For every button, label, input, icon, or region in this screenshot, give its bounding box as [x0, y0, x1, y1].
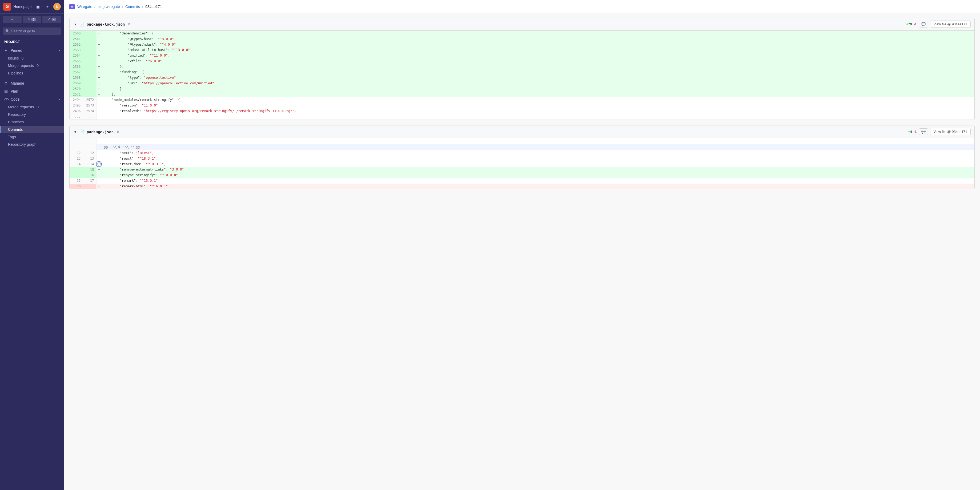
sidebar-add-button[interactable]: ＋ [44, 3, 51, 10]
line-marker: + [96, 47, 102, 53]
breadcrumb-wiregate[interactable]: Wiregate [77, 5, 92, 9]
line-num-old [70, 144, 83, 150]
line-marker: + [96, 167, 102, 172]
mr-action-button[interactable]: ✏ [3, 16, 22, 23]
homepage-label[interactable]: Homepage [13, 5, 32, 9]
line-num-new [83, 42, 96, 48]
line-num-new [83, 59, 96, 64]
comment-button-package-lock[interactable]: 💬 [919, 21, 928, 27]
sidebar-item-manage[interactable]: ⚙ Manage › [0, 79, 64, 87]
sidebar-action-row: ✏ ⑂ 7 ✓ 4 [0, 14, 64, 26]
table-row: 16 - "remark-html": "^16.0.1" [70, 184, 974, 189]
manage-label: Manage [11, 81, 24, 85]
fork-icon: ⑂ [28, 18, 30, 21]
table-row: 12 12 "next": "latest", [70, 150, 974, 156]
line-marker [96, 138, 102, 144]
breadcrumb-blog-wiregate[interactable]: blog-wiregate [97, 5, 120, 9]
table-row: 2570 + } [70, 86, 974, 92]
code-merge-requests-badge: 0 [37, 105, 39, 109]
collapse-button-package-lock[interactable]: ▾ [73, 22, 77, 27]
copy-path-button-package-json[interactable]: ⧉ [116, 129, 120, 134]
user-avatar[interactable]: U [53, 3, 61, 10]
sidebar-item-pinned[interactable]: ✦ Pinned ▾ [0, 46, 64, 54]
sidebar-item-commits[interactable]: Commits [0, 126, 64, 133]
line-num-new: 14 [83, 161, 96, 167]
line-code: "react": "^18.3.1", [102, 156, 974, 161]
line-num-old: 2571 [70, 91, 83, 97]
repository-label: Repository [8, 112, 26, 117]
line-marker [96, 178, 102, 184]
sidebar-item-code[interactable]: </> Code ▾ [0, 95, 64, 103]
line-num-new [83, 184, 96, 189]
topbar: W Wiregate / blog-wiregate / Commits / 9… [64, 0, 980, 13]
table-row: 14 14 💬 "react-dom": "^18.3.1", [70, 161, 974, 167]
breadcrumb-current: 934ae171 [145, 5, 162, 9]
line-num-new [83, 31, 96, 36]
breadcrumb-commits[interactable]: Commits [125, 5, 140, 9]
copy-path-button-package-lock[interactable]: ⧉ [127, 22, 131, 27]
main-content: W Wiregate / blog-wiregate / Commits / 9… [64, 0, 980, 490]
sidebar-item-branches[interactable]: Branches [0, 118, 64, 126]
line-num-old: 14 [70, 161, 83, 167]
line-code: "mdast-util-to-hast": "^13.0.0", [102, 47, 974, 53]
line-code: "@types/mdast": "^4.0.0", [102, 42, 974, 48]
sidebar-item-code-merge-requests[interactable]: Merge requests 0 [0, 103, 64, 111]
line-num-old: 2570 [70, 86, 83, 92]
issues-action-button[interactable]: ✓ 4 [42, 16, 61, 23]
line-marker [96, 150, 102, 156]
edit-icon: ✏ [11, 18, 14, 21]
line-num-new [83, 53, 96, 59]
sidebar-item-repository-graph[interactable]: Repository graph [0, 140, 64, 148]
line-marker: 💬 [96, 161, 102, 167]
table-row: @@ -12,8 +12,11 @@ [70, 144, 974, 150]
view-file-button-package-lock[interactable]: View file @ 934ae171 [930, 21, 970, 28]
sidebar-item-plan[interactable]: ▦ Plan › [0, 87, 64, 95]
line-code: "remark-html": "^16.0.1" [102, 184, 974, 189]
line-marker [96, 97, 102, 103]
gitlab-logo[interactable]: G [3, 3, 11, 11]
hunk-header: @@ -12,8 +12,11 @@ [102, 144, 974, 150]
repository-graph-label: Repository graph [8, 142, 37, 147]
line-num-old: 2496 [70, 109, 83, 114]
line-num-old: 2566 [70, 64, 83, 70]
sidebar-item-repository[interactable]: Repository [0, 111, 64, 118]
line-code: }, [102, 91, 974, 97]
breadcrumb-logo: W [71, 5, 73, 8]
sidebar-item-pipelines[interactable]: Pipelines [0, 69, 64, 77]
line-num-old: 13 [70, 156, 83, 161]
code-label: Code [11, 97, 19, 101]
inline-comment-icon[interactable]: 💬 [96, 161, 102, 167]
diff-stats-package-lock: +79 -1 [906, 22, 917, 26]
comment-button-package-json[interactable]: 💬 [919, 128, 928, 135]
line-code: "unified": "^11.0.0", [102, 53, 974, 59]
sidebar-item-issues[interactable]: Issues 0 [0, 54, 64, 62]
search-bar[interactable]: 🔍 Search or go to... [3, 27, 61, 35]
view-file-button-package-json[interactable]: View file @ 934ae171 [930, 128, 970, 135]
table-row: 2565 + "vfile": "^6.0.0" [70, 59, 974, 64]
merge-requests-action-button[interactable]: ⑂ 7 [23, 16, 41, 23]
additions-package-json: +4 [908, 130, 912, 134]
file-icon-package-json: 📄 [80, 129, 84, 134]
line-code [102, 138, 974, 144]
sidebar-item-tags[interactable]: Tags [0, 133, 64, 140]
line-code: "next": "latest", [102, 150, 974, 156]
diff-table-package-json: ... ... @@ -12,8 +12,11 @@ 12 12 [70, 138, 974, 189]
issues-nav-label: Issues [8, 56, 19, 60]
line-num-old: 2563 [70, 47, 83, 53]
diff-file-header-package-json: ▾ 📄 package.json ⧉ +4 -1 💬 View file @ 9… [70, 125, 974, 138]
collapse-button-package-json[interactable]: ▾ [73, 129, 77, 134]
line-code: "node_modules/remark-stringify": { [102, 97, 974, 103]
line-num-old: 2494 [70, 97, 83, 103]
table-row: 2560 + "dependencies": { [70, 31, 974, 36]
table-row: 2562 + "@types/mdast": "^4.0.0", [70, 42, 974, 48]
sidebar-panel-toggle[interactable]: ▣ [34, 3, 41, 10]
line-marker [96, 156, 102, 161]
line-code: "funding": { [102, 69, 974, 75]
line-num-new: 16 [83, 172, 96, 178]
line-num-new [83, 75, 96, 81]
table-row: 15 17 "remark": "^15.0.1", [70, 178, 974, 184]
line-num-new: 15 [83, 167, 96, 172]
line-code: "type": "opencollective", [102, 75, 974, 81]
sidebar-item-merge-requests[interactable]: Merge requests 0 [0, 62, 64, 69]
line-code: "@types/hast": "^3.0.0", [102, 36, 974, 42]
